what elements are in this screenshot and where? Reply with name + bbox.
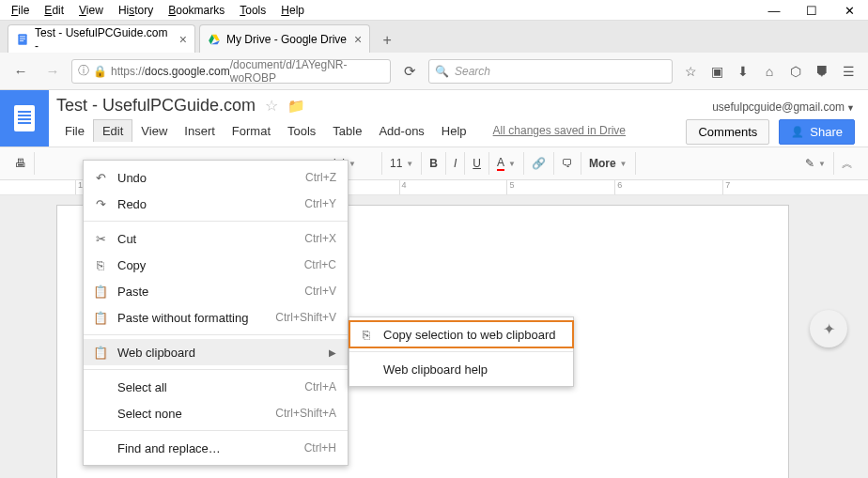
browser-tabbar: Test - UsefulPCGuide.com - × My Drive - … bbox=[0, 21, 868, 53]
docs-logo[interactable] bbox=[0, 90, 49, 146]
share-button[interactable]: 👤Share bbox=[779, 119, 855, 145]
search-box[interactable]: 🔍 Search bbox=[428, 59, 673, 84]
menu-item-cut[interactable]: ✂CutCtrl+X bbox=[84, 225, 348, 252]
browser-tab[interactable]: My Drive - Google Drive × bbox=[199, 24, 370, 53]
docs-menu-help[interactable]: Help bbox=[433, 120, 475, 142]
menu-label: Copy selection to web clipboard bbox=[383, 328, 562, 342]
docs-header: Test - UsefulPCGuide.com ☆ 📁 File Edit V… bbox=[0, 90, 868, 146]
tab-close-icon[interactable]: × bbox=[354, 32, 362, 47]
menu-item-web-clipboard[interactable]: 📋Web clipboard▶ bbox=[84, 339, 348, 365]
close-button[interactable]: ✕ bbox=[830, 0, 868, 21]
url-path: /document/d/1AYegNR-woROBP bbox=[230, 58, 384, 85]
home-icon[interactable]: ⌂ bbox=[757, 59, 782, 84]
drive-favicon-icon bbox=[208, 33, 221, 46]
link-button[interactable]: 🔗 bbox=[524, 152, 554, 175]
feed-icon[interactable]: ▣ bbox=[705, 59, 729, 84]
person-icon: 👤 bbox=[791, 126, 804, 138]
address-bar[interactable]: ⓘ 🔒 https://docs.google.com/document/d/1… bbox=[71, 59, 391, 84]
menu-label: Web clipboard help bbox=[383, 362, 562, 377]
submenu-item-web-clipboard-help[interactable]: Web clipboard help bbox=[349, 356, 573, 382]
folder-icon[interactable]: 📁 bbox=[287, 98, 305, 115]
new-tab-button[interactable]: + bbox=[374, 28, 400, 53]
menu-shortcut: Ctrl+H bbox=[304, 441, 336, 455]
menu-item-undo[interactable]: ↶UndoCtrl+Z bbox=[84, 164, 348, 191]
menu-item-redo[interactable]: ↷RedoCtrl+Y bbox=[84, 191, 348, 217]
menu-item-paste[interactable]: 📋PasteCtrl+V bbox=[84, 278, 348, 304]
menu-separator bbox=[84, 221, 348, 222]
docs-app: Test - UsefulPCGuide.com ☆ 📁 File Edit V… bbox=[0, 90, 868, 478]
browser-menu-bookmarks[interactable]: Bookmarks bbox=[161, 2, 232, 19]
italic-button[interactable]: I bbox=[446, 152, 465, 175]
svg-rect-0 bbox=[18, 34, 26, 45]
ruler-tick: 4 bbox=[399, 180, 507, 194]
user-email[interactable]: usefulpcguide@gmail.com▼ bbox=[712, 100, 855, 114]
bookmark-star-icon[interactable]: ☆ bbox=[678, 59, 703, 84]
submenu-item-copy-selection-to-web-clipboard[interactable]: ⎘Copy selection to web clipboard bbox=[349, 321, 573, 347]
docs-menu-file[interactable]: File bbox=[56, 120, 93, 142]
menu-item-select-none[interactable]: Select noneCtrl+Shift+A bbox=[84, 400, 348, 426]
docs-menu-view[interactable]: View bbox=[132, 120, 176, 142]
print-button[interactable]: 🖶 bbox=[8, 152, 35, 175]
browser-menu-help[interactable]: Help bbox=[273, 2, 312, 19]
url-host: docs.google.com bbox=[145, 65, 230, 78]
maximize-button[interactable]: ☐ bbox=[793, 0, 830, 21]
docs-menu-tools[interactable]: Tools bbox=[279, 120, 324, 142]
info-icon: ⓘ bbox=[78, 63, 89, 79]
menu-item-copy[interactable]: ⎘CopyCtrl+C bbox=[84, 252, 348, 278]
svg-rect-2 bbox=[20, 38, 25, 39]
menu-icon[interactable]: ☰ bbox=[836, 59, 860, 84]
comment-button[interactable]: 🗨 bbox=[554, 152, 581, 175]
pocket-icon[interactable]: ⬡ bbox=[783, 59, 808, 84]
bold-button[interactable]: B bbox=[422, 152, 446, 175]
back-button[interactable]: ← bbox=[8, 58, 34, 85]
underline-button[interactable]: U bbox=[465, 152, 489, 175]
edit-dropdown: ↶UndoCtrl+Z↷RedoCtrl+Y✂CutCtrl+X⎘CopyCtr… bbox=[83, 160, 349, 466]
browser-toolbar: ← → ⓘ 🔒 https://docs.google.com/document… bbox=[0, 53, 868, 90]
save-status[interactable]: All changes saved in Drive bbox=[485, 120, 634, 141]
star-icon[interactable]: ☆ bbox=[265, 97, 278, 115]
docs-menu-table[interactable]: Table bbox=[324, 120, 370, 142]
document-title[interactable]: Test - UsefulPCGuide.com bbox=[56, 96, 256, 116]
menu-icon: ⎘ bbox=[93, 258, 108, 272]
menu-shortcut: Ctrl+Z bbox=[305, 171, 336, 184]
menu-item-find-and-replace-[interactable]: Find and replace…Ctrl+H bbox=[84, 435, 348, 461]
docs-menu-insert[interactable]: Insert bbox=[176, 120, 224, 142]
download-icon[interactable]: ⬇ bbox=[731, 59, 755, 84]
text-color-button[interactable]: A▼ bbox=[489, 152, 524, 175]
browser-menu-tools[interactable]: Tools bbox=[232, 2, 273, 19]
browser-menu-history[interactable]: History bbox=[111, 2, 161, 19]
editing-mode-button[interactable]: ✎▼ bbox=[798, 152, 834, 175]
docs-favicon-icon bbox=[16, 33, 29, 46]
browser-menu-file[interactable]: File bbox=[4, 2, 37, 19]
browser-menu-view[interactable]: View bbox=[71, 2, 111, 19]
font-size-select[interactable]: 11▼ bbox=[382, 152, 422, 175]
forward-button[interactable]: → bbox=[39, 58, 66, 85]
reload-button[interactable]: ⟳ bbox=[396, 58, 423, 85]
collapse-toolbar-icon[interactable]: ︽ bbox=[834, 156, 860, 172]
menu-icon: ↶ bbox=[93, 171, 108, 185]
shield-icon[interactable]: ⛊ bbox=[810, 59, 834, 84]
svg-rect-3 bbox=[20, 40, 23, 41]
search-icon: 🔍 bbox=[435, 65, 449, 78]
docs-menu-edit[interactable]: Edit bbox=[93, 119, 132, 142]
docs-menu-format[interactable]: Format bbox=[224, 120, 279, 142]
more-button[interactable]: More▼ bbox=[581, 152, 636, 175]
comments-button[interactable]: Comments bbox=[686, 119, 769, 145]
menu-separator bbox=[84, 430, 348, 431]
docs-menu-addons[interactable]: Add-ons bbox=[370, 120, 432, 142]
web-clipboard-submenu: ⎘Copy selection to web clipboardWeb clip… bbox=[349, 316, 574, 387]
menu-item-select-all[interactable]: Select allCtrl+A bbox=[84, 374, 348, 400]
menu-icon: ⎘ bbox=[359, 328, 374, 342]
browser-menubar: File Edit View History Bookmarks Tools H… bbox=[0, 0, 868, 21]
explore-fab[interactable]: ✦ bbox=[810, 310, 847, 347]
minimize-button[interactable]: — bbox=[755, 0, 793, 21]
menu-shortcut: Ctrl+C bbox=[304, 258, 336, 271]
menu-item-paste-without-formatting[interactable]: 📋Paste without formattingCtrl+Shift+V bbox=[84, 304, 348, 331]
menu-shortcut: Ctrl+Shift+V bbox=[275, 311, 336, 324]
menu-label: Undo bbox=[117, 171, 296, 185]
window-controls: — ☐ ✕ bbox=[755, 0, 868, 21]
menu-icon: ✂ bbox=[93, 232, 108, 246]
browser-tab[interactable]: Test - UsefulPCGuide.com - × bbox=[8, 24, 195, 53]
tab-close-icon[interactable]: × bbox=[179, 32, 187, 47]
browser-menu-edit[interactable]: Edit bbox=[37, 2, 71, 19]
